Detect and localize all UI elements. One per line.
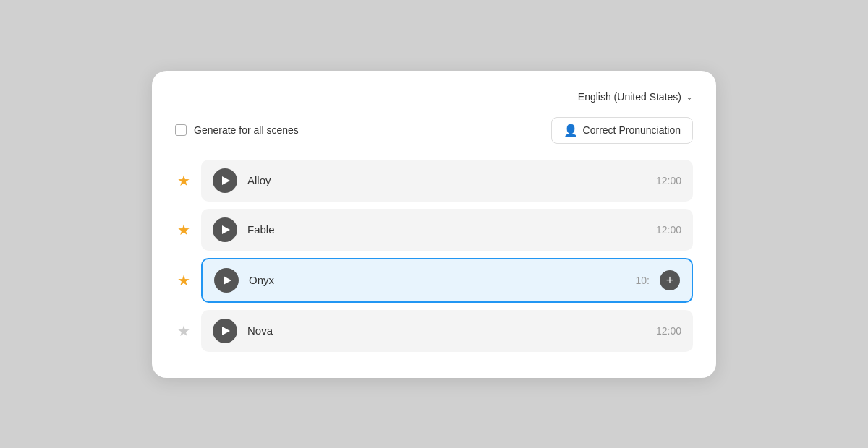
language-label: English (United States) bbox=[578, 91, 681, 103]
generate-all-label: Generate for all scenes bbox=[194, 124, 299, 136]
voice-time-nova: 12:00 bbox=[656, 325, 681, 337]
voice-row-fable: ★ Fable 12:00 bbox=[175, 209, 693, 251]
add-button-onyx[interactable]: + bbox=[660, 270, 680, 290]
star-icon-nova[interactable]: ★ bbox=[175, 322, 192, 340]
language-selector[interactable]: English (United States) ⌄ bbox=[578, 91, 693, 103]
voice-row-onyx: ★ Onyx 10: + bbox=[175, 258, 693, 303]
play-button-nova[interactable] bbox=[213, 319, 237, 343]
voice-card-fable[interactable]: Fable 12:00 bbox=[201, 209, 693, 251]
main-panel: English (United States) ⌄ Generate for a… bbox=[152, 71, 716, 378]
voice-name-onyx: Onyx bbox=[249, 274, 626, 286]
correct-pronunciation-button[interactable]: 👤 Correct Pronunciation bbox=[551, 117, 693, 144]
controls-bar: Generate for all scenes 👤 Correct Pronun… bbox=[175, 117, 693, 144]
voice-name-nova: Nova bbox=[247, 324, 646, 337]
play-icon-onyx bbox=[224, 276, 231, 285]
top-bar: English (United States) ⌄ bbox=[175, 91, 693, 103]
play-icon-alloy bbox=[222, 176, 230, 185]
voice-list: ★ Alloy 12:00 ★ Fable 12:00 ★ bbox=[175, 160, 693, 352]
voice-card-onyx[interactable]: Onyx 10: + bbox=[201, 258, 693, 303]
voice-name-alloy: Alloy bbox=[247, 174, 646, 186]
pronunciation-label: Correct Pronunciation bbox=[583, 124, 681, 136]
play-icon-fable bbox=[222, 225, 230, 234]
chevron-down-icon: ⌄ bbox=[686, 92, 693, 102]
star-icon-alloy[interactable]: ★ bbox=[175, 172, 192, 189]
play-icon-nova bbox=[222, 327, 230, 335]
pronunciation-icon: 👤 bbox=[563, 124, 578, 137]
star-icon-fable[interactable]: ★ bbox=[175, 221, 192, 238]
voice-row-nova: ★ Nova 12:00 bbox=[175, 310, 693, 352]
play-button-alloy[interactable] bbox=[213, 168, 237, 193]
play-button-onyx[interactable] bbox=[214, 268, 239, 293]
voice-card-alloy[interactable]: Alloy 12:00 bbox=[201, 160, 693, 202]
generate-all-toggle[interactable]: Generate for all scenes bbox=[175, 124, 299, 136]
voice-row-alloy: ★ Alloy 12:00 bbox=[175, 160, 693, 202]
play-button-fable[interactable] bbox=[213, 217, 237, 242]
star-icon-onyx[interactable]: ★ bbox=[175, 272, 192, 289]
generate-all-checkbox[interactable] bbox=[175, 124, 187, 136]
voice-card-nova[interactable]: Nova 12:00 bbox=[201, 310, 693, 352]
voice-time-onyx: 10: bbox=[636, 275, 650, 286]
voice-time-fable: 12:00 bbox=[656, 224, 681, 236]
voice-name-fable: Fable bbox=[247, 223, 646, 236]
voice-time-alloy: 12:00 bbox=[656, 175, 681, 186]
